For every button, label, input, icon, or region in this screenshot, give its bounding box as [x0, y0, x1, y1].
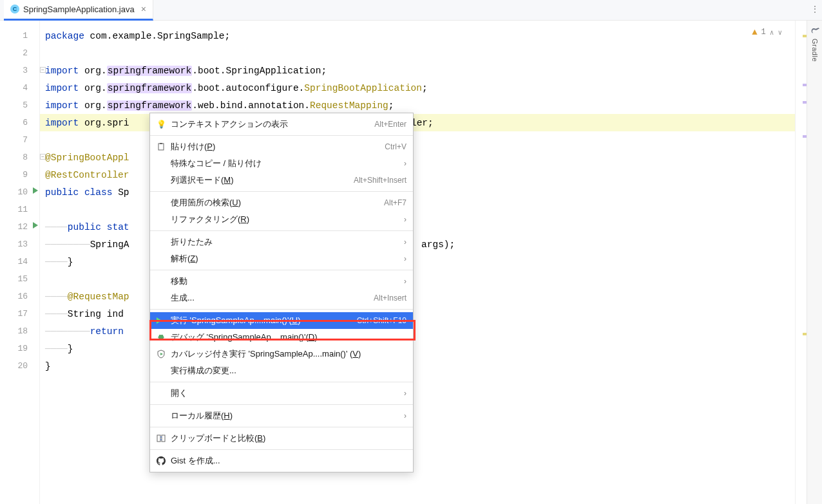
menu-item-label: ローカル履歴(H)	[171, 410, 400, 422]
context-menu-item[interactable]: 折りたたみ›	[150, 234, 413, 250]
menu-item-shortcut: Ctrl+V	[385, 142, 406, 151]
menu-separator	[150, 382, 413, 382]
gradle-tool-label[interactable]: Gradle	[811, 39, 819, 62]
line-number: 13	[0, 236, 39, 253]
submenu-arrow-icon: ›	[404, 389, 406, 398]
github-icon	[157, 456, 171, 465]
context-menu-item[interactable]: 解析(Z)›	[150, 250, 413, 267]
svg-rect-1	[160, 143, 162, 144]
menu-separator	[150, 427, 413, 427]
menu-item-label: 列選択モード(M)	[171, 174, 349, 186]
line-number-gutter: 1 2 3− 4 5 6 7 8− 9 10 11 12 13 14 15 16…	[0, 21, 40, 504]
svg-rect-9	[162, 435, 165, 442]
context-menu-item[interactable]: ローカル履歴(H)›	[150, 407, 413, 424]
stripe-mark-warning[interactable]	[803, 333, 807, 335]
menu-item-label: 生成...	[171, 292, 368, 304]
menu-separator	[150, 449, 413, 450]
editor-tabs-bar: C SpringSampleApplication.java × ⋮	[0, 0, 822, 21]
menu-separator	[150, 230, 413, 231]
submenu-arrow-icon: ›	[404, 254, 406, 263]
context-menu-item[interactable]: 列選択モード(M)Alt+Shift+Insert	[150, 172, 413, 189]
menu-separator	[150, 191, 413, 192]
context-menu-item[interactable]: 実行構成の変更...	[150, 362, 413, 379]
context-menu-item[interactable]: 貼り付け(P)Ctrl+V	[150, 138, 413, 155]
submenu-arrow-icon: ›	[404, 159, 406, 168]
context-menu-item[interactable]: 💡コンテキストアクションの表示Alt+Enter	[150, 116, 413, 133]
menu-item-label: 特殊なコピー / 貼り付け	[171, 158, 400, 169]
line-number: 19	[0, 340, 39, 357]
menu-item-label: リファクタリング(R)	[171, 214, 400, 225]
editor-tab-active[interactable]: C SpringSampleApplication.java ×	[4, 0, 153, 21]
menu-item-shortcut: Alt+F7	[384, 198, 406, 207]
line-number: 5	[0, 97, 39, 114]
svg-line-5	[159, 335, 160, 335]
line-number: 15	[0, 270, 39, 288]
kebab-menu-icon[interactable]: ⋮	[810, 4, 819, 14]
context-menu-item[interactable]: カバレッジ付き実行 'SpringSampleAp....main()' (V)	[150, 346, 413, 362]
line-number: 10	[0, 183, 39, 201]
context-menu-item[interactable]: 使用箇所の検索(U)Alt+F7	[150, 194, 413, 211]
stripe-mark-usage[interactable]	[803, 135, 807, 138]
line-number: 17	[0, 305, 39, 322]
menu-item-label: 折りたたみ	[171, 236, 400, 248]
menu-item-label: 解析(Z)	[171, 253, 400, 265]
editor-tab-title: SpringSampleApplication.java	[23, 5, 135, 14]
menu-separator	[150, 404, 413, 405]
svg-rect-8	[157, 435, 160, 442]
context-menu-item[interactable]: 移動›	[150, 273, 413, 290]
menu-item-label: カバレッジ付き実行 'SpringSampleAp....main()' (V)	[171, 348, 406, 360]
submenu-arrow-icon: ›	[404, 238, 406, 247]
menu-item-shortcut: Alt+Enter	[374, 120, 406, 129]
prev-highlight-icon[interactable]: ∧	[770, 28, 774, 37]
stripe-mark-usage[interactable]	[803, 101, 807, 104]
diff-icon	[157, 434, 171, 443]
context-menu-item[interactable]: Gist を作成...	[150, 453, 413, 469]
bulb-icon: 💡	[157, 120, 171, 129]
submenu-arrow-icon: ›	[404, 215, 406, 224]
context-menu-item[interactable]: 実行 'SpringSampleAp....main()'(U)Ctrl+Shi…	[150, 312, 413, 329]
line-number: 12	[0, 218, 39, 236]
context-menu-item[interactable]: 特殊なコピー / 貼り付け›	[150, 155, 413, 172]
line-number: 20	[0, 357, 39, 375]
menu-item-shortcut: Alt+Shift+Insert	[354, 176, 406, 185]
line-number: 1	[0, 27, 39, 44]
close-icon[interactable]: ×	[141, 4, 146, 14]
warning-count: 1	[761, 28, 766, 37]
error-stripe[interactable]	[795, 21, 807, 504]
inspection-widget[interactable]: ▲ 1 ∧ ∨	[752, 27, 782, 37]
code-line: package com.example.SpringSample;	[40, 27, 795, 44]
code-line: import org.springframework.web.bind.anno…	[40, 97, 795, 114]
line-number: 6	[0, 114, 39, 131]
menu-item-label: 移動	[171, 275, 400, 287]
context-menu-item[interactable]: リファクタリング(R)›	[150, 211, 413, 228]
menu-item-label: コンテキストアクションの表示	[171, 118, 369, 130]
menu-separator	[150, 309, 413, 310]
svg-point-2	[158, 335, 164, 340]
menu-item-label: 使用箇所の検索(U)	[171, 197, 379, 209]
run-gutter-icon[interactable]	[33, 222, 38, 229]
line-number: 4	[0, 79, 39, 97]
context-menu-item[interactable]: 生成...Alt+Insert	[150, 290, 413, 306]
debug-icon	[157, 333, 171, 342]
stripe-mark-warning[interactable]	[803, 35, 807, 37]
code-line: import org.springframework.boot.SpringAp…	[40, 62, 795, 79]
gradle-icon[interactable]	[810, 24, 820, 35]
run-gutter-icon[interactable]	[33, 187, 38, 194]
menu-item-shortcut: Alt+Insert	[374, 294, 406, 303]
menu-item-label: 実行 'SpringSampleAp....main()'(U)	[171, 315, 352, 326]
editor-context-menu: 💡コンテキストアクションの表示Alt+Enter貼り付け(P)Ctrl+V特殊な…	[149, 113, 414, 472]
context-menu-item[interactable]: クリップボードと比較(B)	[150, 430, 413, 447]
svg-line-6	[162, 335, 163, 335]
menu-separator	[150, 135, 413, 136]
line-number: 8−	[0, 149, 39, 166]
line-number: 2	[0, 44, 39, 62]
stripe-mark-usage[interactable]	[803, 84, 807, 86]
context-menu-item[interactable]: デバッグ 'SpringSampleAp....main()'(D)	[150, 329, 413, 346]
next-highlight-icon[interactable]: ∨	[778, 28, 782, 37]
menu-item-label: クリップボードと比較(B)	[171, 433, 406, 444]
menu-item-label: 実行構成の変更...	[171, 365, 406, 377]
context-menu-item[interactable]: 開く›	[150, 385, 413, 402]
line-number: 18	[0, 322, 39, 340]
code-line	[40, 44, 795, 62]
right-tool-strip: Gradle	[807, 21, 822, 504]
